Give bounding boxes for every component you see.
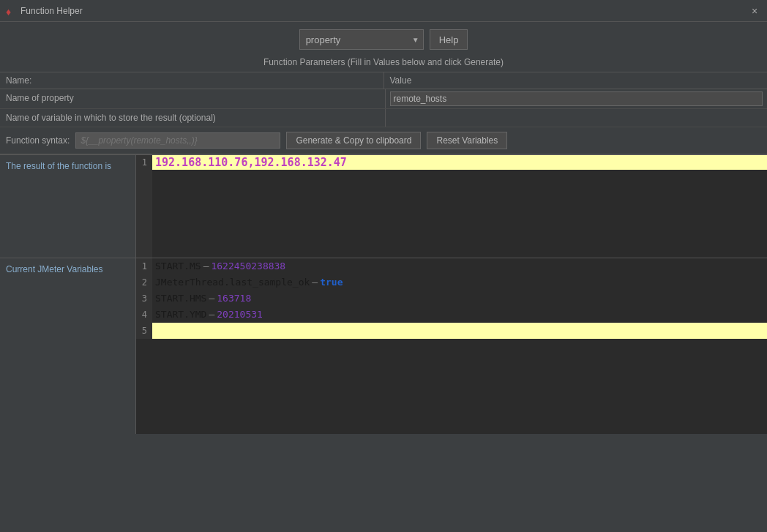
table-row: Name of property: [0, 89, 767, 109]
table-header: Name: Value: [0, 72, 767, 89]
row-2-value-cell: [386, 109, 768, 127]
generate-copy-button[interactable]: Generate & Copy to clipboard: [286, 132, 421, 149]
result-empty-space: [152, 170, 767, 258]
function-params-label: Function Parameters (Fill in Values belo…: [0, 57, 767, 67]
variables-content: 1 2 3 4 5 START.MS – 1622450238838 JMete…: [135, 258, 767, 434]
variables-label: Current JMeter Variables: [0, 258, 135, 434]
var-value-1: 1622450238838: [211, 258, 285, 274]
variables-area: Current JMeter Variables 1 2 3 4 5 START…: [0, 258, 767, 434]
var-line-5: [152, 323, 767, 339]
var-value-2: true: [320, 274, 343, 291]
result-content: 1 192.168.110.76,192.168.132.47: [135, 155, 767, 258]
help-button[interactable]: Help: [430, 29, 468, 50]
close-button[interactable]: ×: [748, 4, 761, 18]
var-line-4: START.YMD – 20210531: [152, 307, 767, 323]
syntax-row: Function syntax: Generate & Copy to clip…: [0, 127, 767, 154]
result-label: The result of the function is: [0, 155, 135, 258]
var-line-1: START.MS – 1622450238838: [152, 258, 767, 274]
var-line-numbers: 1 2 3 4 5: [136, 258, 152, 339]
var-key-1: START.MS: [155, 258, 201, 274]
row-1-name: Name of property: [0, 89, 386, 108]
syntax-input[interactable]: [75, 132, 280, 149]
row-1-value-input[interactable]: [390, 91, 763, 106]
syntax-label: Function syntax:: [6, 135, 70, 146]
var-empty-space: [152, 339, 767, 434]
var-sep-4: –: [209, 307, 214, 323]
function-dropdown-wrapper: property __time __threadNum __log __Rand…: [299, 29, 424, 50]
top-controls: property __time __threadNum __log __Rand…: [0, 29, 767, 50]
result-line-numbers: 1: [136, 155, 152, 258]
row-2-name: Name of variable in which to store the r…: [0, 109, 386, 127]
var-key-3: START.HMS: [155, 291, 206, 307]
var-num-2: 2: [138, 274, 150, 291]
title-bar-left: ♦ Function Helper: [6, 6, 83, 16]
var-sep-1: –: [203, 258, 209, 274]
result-area: The result of the function is 1 192.168.…: [0, 154, 767, 258]
var-sep-3: –: [209, 291, 214, 307]
row-1-value-cell: [386, 89, 768, 108]
result-line-num-1: 1: [138, 155, 150, 170]
var-key-4: START.YMD: [155, 307, 206, 323]
main-content: property __time __threadNum __log __Rand…: [0, 22, 767, 434]
var-value-4: 20210531: [217, 307, 263, 323]
window-title: Function Helper: [20, 6, 83, 16]
var-num-5: 5: [138, 323, 150, 339]
function-dropdown[interactable]: property __time __threadNum __log __Rand…: [299, 29, 424, 50]
var-lines-container: START.MS – 1622450238838 JMeterThread.la…: [152, 258, 767, 434]
name-column-header: Name:: [0, 72, 384, 89]
reset-variables-button[interactable]: Reset Variables: [427, 132, 507, 149]
var-line-2: JMeterThread.last_sample_ok – true: [152, 274, 767, 291]
var-sep-2: –: [312, 274, 318, 291]
var-key-2: JMeterThread.last_sample_ok: [155, 274, 310, 291]
var-num-1: 1: [138, 258, 150, 274]
var-num-3: 3: [138, 291, 150, 307]
var-value-3: 163718: [217, 291, 251, 307]
app-icon: ♦: [6, 6, 16, 16]
title-bar: ♦ Function Helper ×: [0, 0, 767, 22]
result-line-num-2: [138, 170, 150, 258]
value-column-header: Value: [384, 72, 768, 89]
table-row: Name of variable in which to store the r…: [0, 109, 767, 127]
var-num-4: 4: [138, 307, 150, 323]
var-line-3: START.HMS – 163718: [152, 291, 767, 307]
result-line-1: 192.168.110.76,192.168.132.47: [152, 155, 767, 170]
result-lines: 192.168.110.76,192.168.132.47: [152, 155, 767, 258]
